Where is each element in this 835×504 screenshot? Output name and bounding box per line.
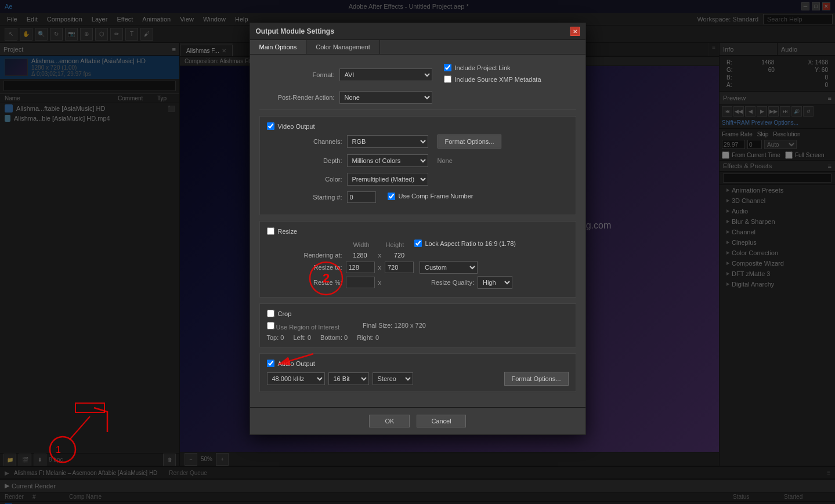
tab-color-management[interactable]: Color Management [306,40,380,54]
include-source-metadata-checkbox[interactable] [444,75,451,83]
color-select[interactable]: Premultiplied (Matted) Straight (Unmatte… [347,173,428,186]
resize-checkbox[interactable] [267,227,274,235]
color-label: Color: [267,176,342,183]
lock-aspect-label: Lock Aspect Ratio to 16:9 (1.78) [425,240,516,247]
resize-dropdown[interactable]: Custom [420,261,478,274]
rendering-h: 720 [385,252,414,259]
resize-to-w-input[interactable] [346,262,375,273]
cancel-btn[interactable]: Cancel [417,415,465,427]
crop-section: Crop Use Region of Interest Final Size: … [259,303,576,347]
bottom-label: Bottom: 0 [320,334,348,341]
resize-quality-label: Resize Quality: [431,279,474,286]
modal-body: Format: AVI QuickTime H.264 Include Proj… [250,55,585,407]
resize-to-label: Resize to: [267,264,342,271]
resize-header-labels: Width Height Lock Aspect Ratio to 16:9 (… [267,240,569,249]
channels-row: Channels: RGB RGBA Format Options... [267,135,569,148]
output-module-modal: Output Module Settings ✕ Main Options Co… [250,23,586,435]
resize-to-h-input[interactable] [385,262,414,273]
crop-checkbox[interactable] [267,310,274,317]
rendering-w: 1280 [346,252,375,259]
audio-output-checkbox[interactable] [267,360,274,367]
include-project-link-row: Include Project Link [444,64,541,71]
depth-row: Depth: Millions of Colors Trillions of C… [267,154,569,167]
modal-footer: OK Cancel [250,407,585,434]
audio-format-options-btn[interactable]: Format Options... [504,372,569,386]
modal-titlebar: Output Module Settings ✕ [250,23,585,40]
audio-channel-select[interactable]: Stereo Mono [373,372,413,385]
depth-select[interactable]: Millions of Colors Trillions of Colors [347,154,428,167]
use-roi-checkbox[interactable] [267,322,274,329]
audio-bit-select[interactable]: 16 Bit 8 Bit 32 Bit [328,372,369,385]
tab-main-label: Main Options [259,43,297,50]
video-output-checkbox[interactable] [267,122,274,130]
include-project-link-checkbox[interactable] [444,64,451,71]
resize-pct-w-input[interactable] [346,277,375,288]
modal-overlay: Output Module Settings ✕ Main Options Co… [0,0,835,504]
audio-rate-select[interactable]: 48.000 kHz 44.100 kHz [267,372,325,385]
rendering-at-label: Rendering at: [267,252,342,259]
resize-label: Resize [278,228,298,235]
modal-title: Output Module Settings [256,27,334,35]
x-sep2: x [378,264,382,271]
format-row: Format: AVI QuickTime H.264 Include Proj… [259,64,576,85]
resize-quality-select[interactable]: High Low [478,276,512,289]
resize-title-row: Resize [267,227,569,235]
include-source-metadata-label: Include Source XMP Metadata [455,76,541,83]
include-source-metadata-row: Include Source XMP Metadata [444,75,541,83]
bottom-val: 0 [344,334,348,341]
crop-details: Use Region of Interest Final Size: 1280 … [267,322,569,331]
use-comp-frame-row: Use Comp Frame Number [388,193,473,200]
height-label: Height [381,241,410,248]
tab-main-options[interactable]: Main Options [250,40,307,54]
width-label: Width [347,241,376,248]
starting-hash-row: Starting #: Use Comp Frame Number [267,191,569,203]
starting-hash-label: Starting #: [267,194,342,201]
top-label: Top: 0 [267,334,284,341]
crop-label: Crop [278,310,292,317]
resize-pct-label: Resize %: [267,279,342,286]
audio-section: Audio Output 48.000 kHz 44.100 kHz 16 Bi… [259,353,576,392]
left-label: Left: 0 [293,334,311,341]
modal-tabs: Main Options Color Management [250,40,585,55]
post-render-label: Post-Render Action: [259,94,335,101]
starting-hash-input[interactable] [347,191,376,203]
format-options-btn[interactable]: Format Options... [438,135,502,148]
use-comp-frame-label: Use Comp Frame Number [399,193,473,200]
video-output-section: Video Output Channels: RGB RGBA Format O… [259,116,576,215]
audio-controls-row: 48.000 kHz 44.100 kHz 16 Bit 8 Bit 32 Bi… [267,372,569,386]
final-size-label: Final Size: 1280 x 720 [363,322,426,331]
lock-aspect-checkbox[interactable] [414,240,422,247]
audio-output-label: Audio Output [278,360,315,367]
rendering-at-row: Rendering at: 1280 x 720 [267,252,569,259]
ok-btn[interactable]: OK [369,415,410,427]
use-roi-label: Use Region of Interest [276,324,339,331]
channels-label: Channels: [267,138,342,145]
depth-label: Depth: [267,157,342,164]
tab-color-label: Color Management [316,43,370,50]
crop-values: Top: 0 Left: 0 Bottom: 0 Right: 0 [267,334,569,341]
x-sep1: x [378,252,382,259]
right-val: 0 [375,334,379,341]
none-text: None [438,157,453,164]
left-val: 0 [308,334,311,341]
right-label: Right: 0 [357,334,379,341]
color-row: Color: Premultiplied (Matted) Straight (… [267,173,569,186]
format-label: Format: [259,71,335,78]
channels-select[interactable]: RGB RGBA [347,135,428,148]
lock-aspect-row: Lock Aspect Ratio to 16:9 (1.78) [414,240,516,247]
audio-title-row: Audio Output [267,360,569,367]
use-roi-row: Use Region of Interest [267,322,340,331]
use-comp-frame-checkbox[interactable] [388,193,395,200]
include-project-link-label: Include Project Link [455,64,511,71]
post-render-select[interactable]: None Import Import & Replace Usage [339,91,432,104]
top-val: 0 [280,334,284,341]
format-select[interactable]: AVI QuickTime H.264 [339,68,432,81]
resize-section: Resize Width Height Lock Aspect Ratio to… [259,221,576,298]
video-output-label: Video Output [278,123,315,130]
resize-pct-row: Resize %: x Resize Quality: High Low [267,276,569,289]
modal-close-btn[interactable]: ✕ [570,27,580,36]
crop-title-row: Crop [267,310,569,317]
x-sep3: x [378,279,382,286]
post-render-row: Post-Render Action: None Import Import &… [259,91,576,104]
video-output-title: Video Output [267,122,569,130]
